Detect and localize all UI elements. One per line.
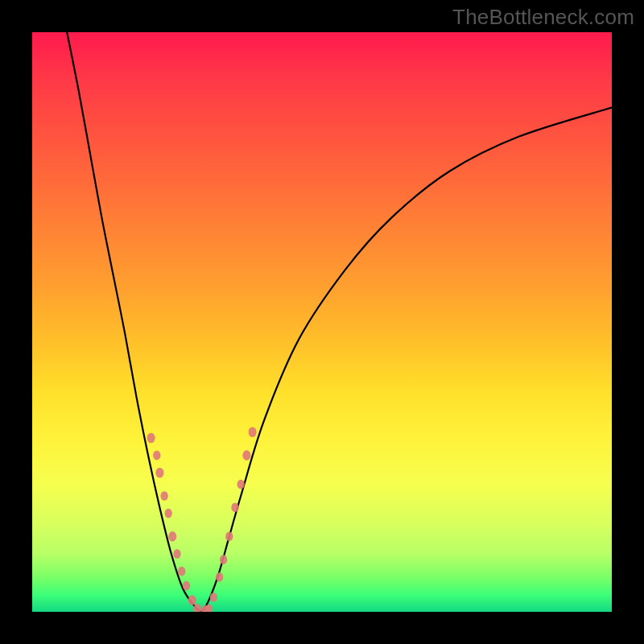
data-marker (188, 595, 196, 605)
data-marker (231, 503, 238, 513)
plot-area (32, 32, 612, 612)
data-marker (249, 427, 257, 438)
data-marker (178, 567, 185, 576)
data-marker (165, 509, 172, 518)
data-marker (168, 531, 176, 542)
data-marker (220, 555, 227, 564)
data-marker (160, 491, 167, 501)
data-marker (210, 592, 217, 602)
watermark-text: TheBottleneck.com (452, 5, 634, 30)
data-marker (225, 532, 233, 542)
data-marker (147, 433, 155, 444)
data-marker (153, 451, 160, 460)
data-marker (242, 450, 250, 460)
data-marker (155, 468, 163, 478)
data-marker (216, 572, 223, 582)
curve-left (67, 32, 200, 612)
data-marker (237, 480, 245, 489)
chart-svg (32, 32, 612, 612)
chart-frame: TheBottleneck.com (0, 0, 644, 644)
data-marker (183, 581, 190, 591)
data-marker (173, 549, 180, 559)
curve-right (200, 108, 612, 612)
